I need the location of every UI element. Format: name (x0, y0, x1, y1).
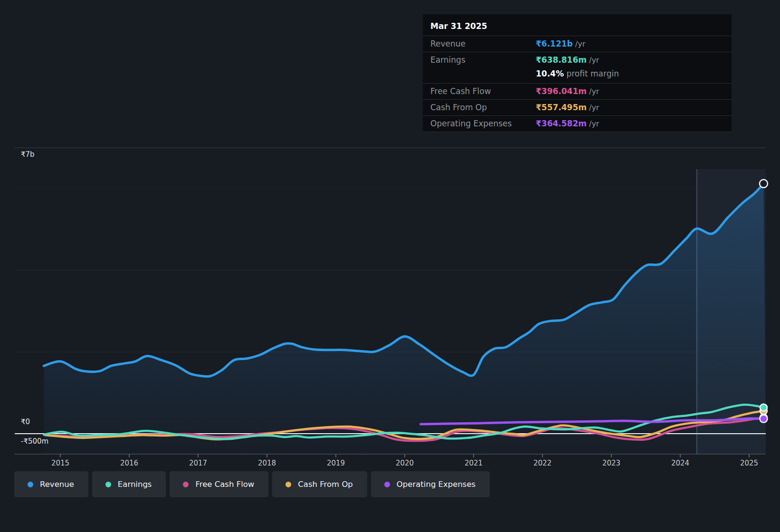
tooltip-label-earnings: Earnings (430, 55, 536, 65)
tooltip-value-revenue: ₹6.121b/yr (536, 39, 585, 48)
tooltip-date: Mar 31 2025 (423, 14, 732, 36)
x-axis-label-2018: 2018 (250, 459, 284, 467)
legend-revenue[interactable]: Revenue (14, 471, 88, 497)
endpoint-marker-earnings (760, 404, 767, 411)
tooltip-profit-margin: 10.4% profit margin (423, 68, 732, 83)
x-axis-label-2021: 2021 (457, 459, 490, 467)
legend-dot-revenue (28, 482, 33, 487)
legend-label-cash-from-op: Cash From Op (298, 480, 353, 489)
legend-label-earnings: Earnings (118, 480, 152, 489)
endpoint-marker-operating-expenses (760, 415, 767, 423)
y-axis-label: ₹0 (21, 418, 30, 426)
x-axis-label-2016: 2016 (113, 459, 146, 467)
legend-label-free-cash-flow: Free Cash Flow (195, 480, 254, 489)
tooltip-rows: Revenue₹6.121b/yrEarnings₹638.816m/yr10.… (423, 36, 732, 132)
x-axis-label-2020: 2020 (388, 459, 421, 467)
legend-label-revenue: Revenue (40, 480, 74, 489)
legend-dot-free-cash-flow (183, 482, 189, 487)
legend-free-cash-flow[interactable]: Free Cash Flow (170, 471, 268, 497)
legend-operating-expenses[interactable]: Operating Expenses (371, 471, 490, 497)
x-axis-label-2023: 2023 (595, 459, 628, 467)
tooltip-row-earnings: Earnings₹638.816m/yr (423, 52, 732, 68)
tooltip-row-free-cash-flow: Free Cash Flow₹396.041m/yr (423, 83, 732, 99)
legend-dot-cash-from-op (285, 482, 291, 487)
tooltip-label-revenue: Revenue (430, 39, 536, 48)
tooltip-label-operating-expenses: Operating Expenses (430, 119, 536, 128)
x-axis-label-2017: 2017 (181, 459, 215, 467)
tooltip-label-cash-from-op: Cash From Op (430, 103, 536, 112)
chart-legend: RevenueEarningsFree Cash FlowCash From O… (14, 471, 490, 497)
tooltip-row-operating-expenses: Operating Expenses₹364.582m/yr (423, 115, 732, 132)
y-axis-label: ₹7b (21, 150, 35, 159)
endpoint-marker-revenue (760, 180, 768, 188)
legend-dot-earnings (105, 482, 111, 487)
legend-dot-operating-expenses (384, 482, 390, 487)
x-axis-label-2015: 2015 (44, 459, 77, 467)
x-axis-label-2022: 2022 (526, 459, 559, 467)
chart-tooltip: Mar 31 2025 Revenue₹6.121b/yrEarnings₹63… (423, 14, 732, 132)
financials-chart-page: ₹7b₹0-₹500m 2015201620172018201920202021… (0, 0, 780, 532)
legend-earnings[interactable]: Earnings (92, 471, 166, 497)
x-axis-label-2024: 2024 (664, 459, 697, 467)
tooltip-value-free-cash-flow: ₹396.041m/yr (536, 86, 599, 96)
legend-cash-from-op[interactable]: Cash From Op (272, 471, 367, 497)
y-axis-label: -₹500m (21, 437, 48, 446)
legend-label-operating-expenses: Operating Expenses (397, 480, 476, 489)
revenue-area (44, 184, 766, 454)
tooltip-row-revenue: Revenue₹6.121b/yr (423, 36, 732, 52)
tooltip-row-cash-from-op: Cash From Op₹557.495m/yr (423, 99, 732, 115)
tooltip-label-free-cash-flow: Free Cash Flow (430, 86, 536, 96)
x-axis-label-2025: 2025 (732, 459, 766, 467)
tooltip-value-cash-from-op: ₹557.495m/yr (536, 103, 599, 112)
tooltip-value-operating-expenses: ₹364.582m/yr (536, 119, 599, 128)
tooltip-value-earnings: ₹638.816m/yr (536, 55, 599, 65)
x-axis-label-2019: 2019 (319, 459, 352, 467)
